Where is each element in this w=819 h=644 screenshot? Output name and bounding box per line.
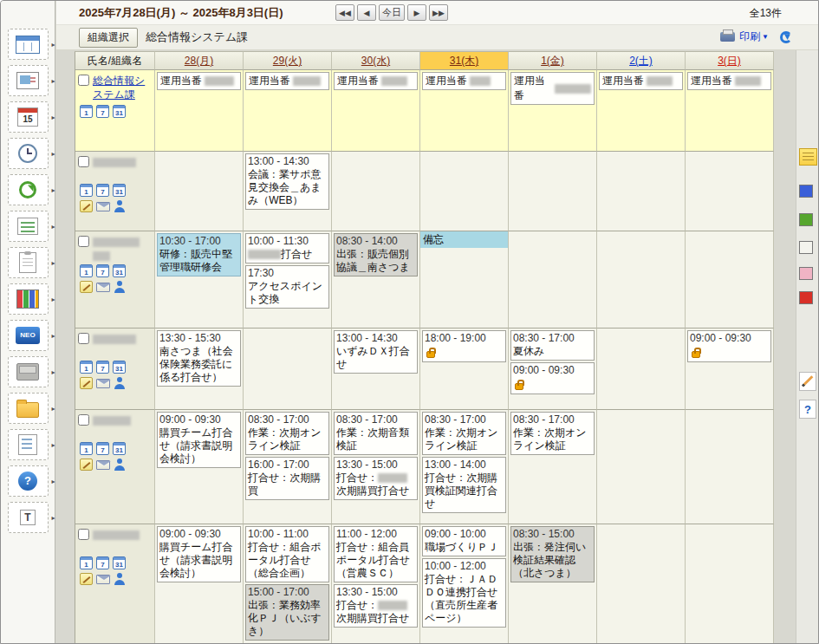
event[interactable]: 10:00 - 11:00打合せ：組合ポータル打合せ（総合企画） xyxy=(245,526,329,582)
group-checkbox[interactable] xyxy=(78,75,89,86)
event[interactable]: 09:00 - 09:30 xyxy=(510,362,595,394)
nav-today-button[interactable]: 今日 xyxy=(379,4,405,21)
mail-icon[interactable] xyxy=(96,202,110,211)
month-view-icon[interactable]: 31 xyxy=(113,361,126,374)
nav-next-button[interactable]: ▶ xyxy=(407,4,426,21)
day-view-icon[interactable]: 1 xyxy=(80,184,93,197)
add-schedule-icon[interactable] xyxy=(80,200,93,212)
member-checkbox[interactable] xyxy=(78,156,89,167)
neo-item[interactable]: NEO▸ xyxy=(8,320,49,351)
cabinet-item[interactable]: ▸ xyxy=(8,356,49,387)
week-view-icon[interactable]: 7 xyxy=(96,361,109,374)
nav-last-button[interactable]: ▶▶ xyxy=(429,4,448,21)
help-item[interactable]: ?▸ xyxy=(8,465,49,497)
event[interactable]: 08:30 - 17:00作業：次期オンライン検証 xyxy=(422,412,506,455)
event[interactable]: 10:30 - 17:00研修：販売中堅管理職研修会 xyxy=(157,233,241,276)
user-profile-icon[interactable] xyxy=(114,573,126,585)
timecard-item[interactable]: ▸ xyxy=(8,138,49,169)
nav-prev-button[interactable]: ◀ xyxy=(357,4,376,21)
mail-icon[interactable] xyxy=(96,379,110,388)
week-view-icon[interactable]: 7 xyxy=(96,264,109,277)
member-checkbox[interactable] xyxy=(78,529,89,540)
event[interactable]: 10:00 - 11:30打合せ xyxy=(245,233,329,263)
event[interactable]: 08:30 - 17:00作業：次期オンライン検証 xyxy=(245,412,329,455)
member-checkbox[interactable] xyxy=(78,236,89,247)
duty-entry[interactable]: 運用当番 xyxy=(334,72,418,90)
event[interactable]: 08:30 - 17:00夏休み xyxy=(510,330,595,361)
user-profile-icon[interactable] xyxy=(114,281,126,293)
sticky-note-icon[interactable] xyxy=(799,148,817,166)
duty-entry[interactable]: 運用当番 xyxy=(599,72,683,90)
event[interactable]: 13:00 - 14:30会議：業サポ意見交換会＿あまみ（WEB） xyxy=(245,153,329,210)
add-schedule-icon[interactable] xyxy=(80,459,93,471)
add-schedule-icon[interactable] xyxy=(80,281,93,293)
month-view-icon[interactable]: 31 xyxy=(113,184,126,197)
day-view-icon[interactable]: 1 xyxy=(80,105,93,118)
mail-icon[interactable] xyxy=(96,283,110,292)
day-header[interactable]: 29(火) xyxy=(244,51,332,70)
event[interactable]: 16:00 - 17:00打合せ：次期購買 xyxy=(245,457,329,500)
library-item[interactable]: ▸ xyxy=(8,283,49,315)
text-tool-item[interactable]: T▸ xyxy=(8,502,49,533)
event[interactable]: 09:00 - 10:00職場づくりＰＪ xyxy=(422,526,506,556)
day-header[interactable]: 31(木) xyxy=(420,51,509,70)
mail-icon[interactable] xyxy=(96,460,110,470)
event[interactable]: 13:30 - 15:30南さつま（社会保険業務委託に係る打合せ） xyxy=(157,330,241,387)
week-view-icon[interactable]: 7 xyxy=(96,105,109,118)
calendar-item[interactable]: 15▸ xyxy=(8,101,49,133)
org-select-button[interactable]: 組織選択 xyxy=(79,28,138,48)
duty-entry[interactable]: 運用当番 xyxy=(422,72,506,90)
day-header[interactable]: 28(月) xyxy=(155,51,244,70)
print-menu-link[interactable]: 印刷 ▼ xyxy=(739,29,769,44)
workflow-item[interactable]: ▸ xyxy=(8,174,49,205)
week-view-icon[interactable]: 7 xyxy=(96,184,109,197)
duty-entry[interactable]: 運用当番 xyxy=(245,72,329,90)
event[interactable]: 09:00 - 09:30 xyxy=(687,330,771,362)
help-note-icon[interactable]: ? xyxy=(799,400,816,419)
event[interactable]: 08:30 - 14:00出張：販売個別協議＿南さつま xyxy=(334,233,418,276)
nav-first-button[interactable]: ◀◀ xyxy=(335,4,354,21)
folder-item[interactable]: ▸ xyxy=(8,393,49,424)
label-green-icon[interactable] xyxy=(799,213,813,226)
event[interactable]: 13:00 - 14:30いずみＤＸ打合せ xyxy=(334,330,418,374)
event[interactable]: 13:30 - 15:00打合せ：次期購買打合せ xyxy=(334,584,418,628)
event[interactable]: 08:30 - 15:00出張：発注伺い検証結果確認（北さつま） xyxy=(510,526,595,582)
day-header[interactable]: 3(日) xyxy=(686,51,774,70)
refresh-icon[interactable] xyxy=(780,31,792,43)
event[interactable]: 13:00 - 14:00打合せ：次期購買検証関連打合せ xyxy=(422,457,506,513)
day-header[interactable]: 30(水) xyxy=(332,51,420,70)
event[interactable]: 09:00 - 09:30購買チーム打合せ（請求書説明会検討） xyxy=(157,526,241,582)
month-view-icon[interactable]: 31 xyxy=(113,264,126,277)
duty-entry[interactable]: 運用当番 xyxy=(687,72,771,90)
user-profile-icon[interactable] xyxy=(114,377,126,389)
add-schedule-icon[interactable] xyxy=(80,377,93,389)
month-view-icon[interactable]: 31 xyxy=(113,105,126,118)
event[interactable]: 08:30 - 17:00作業：次期音類検証 xyxy=(334,412,418,455)
label-pink-icon[interactable] xyxy=(799,267,813,280)
bulletin-board-item[interactable]: ▸ xyxy=(8,65,49,96)
report-item[interactable]: ▸ xyxy=(8,247,49,278)
label-white-icon[interactable] xyxy=(799,241,813,254)
todo-list-item[interactable]: ▸ xyxy=(8,211,49,242)
day-view-icon[interactable]: 1 xyxy=(80,442,93,455)
user-profile-icon[interactable] xyxy=(114,459,126,471)
member-checkbox[interactable] xyxy=(78,414,89,426)
duty-entry[interactable]: 運用当番 xyxy=(157,72,241,90)
label-blue-icon[interactable] xyxy=(799,185,813,198)
add-schedule-icon[interactable] xyxy=(80,573,93,585)
event[interactable]: 備忘 xyxy=(420,231,508,248)
event[interactable]: 10:00 - 12:00打合せ：ＪＡＤＤＯ連携打合せ（直売所生産者ページ） xyxy=(422,558,506,628)
event[interactable]: 11:00 - 12:00打合せ：組合員ポータル打合せ（営農ＳＣ） xyxy=(334,526,418,582)
user-profile-icon[interactable] xyxy=(114,200,126,212)
month-view-icon[interactable]: 31 xyxy=(113,442,126,455)
event[interactable]: 18:00 - 19:00 xyxy=(422,330,506,362)
group-schedule-item[interactable]: ▸ xyxy=(8,29,49,60)
pencil-icon[interactable] xyxy=(799,372,816,391)
day-view-icon[interactable]: 1 xyxy=(80,556,93,569)
event[interactable]: 08:30 - 17:00作業：次期オンライン検証 xyxy=(510,412,595,455)
week-view-icon[interactable]: 7 xyxy=(96,442,109,455)
group-link[interactable]: 総合情報システム課 xyxy=(93,74,153,101)
label-red-icon[interactable] xyxy=(799,291,813,304)
event[interactable]: 17:30アクセスポイント交換 xyxy=(245,265,329,309)
day-header[interactable]: 2(土) xyxy=(597,51,686,70)
